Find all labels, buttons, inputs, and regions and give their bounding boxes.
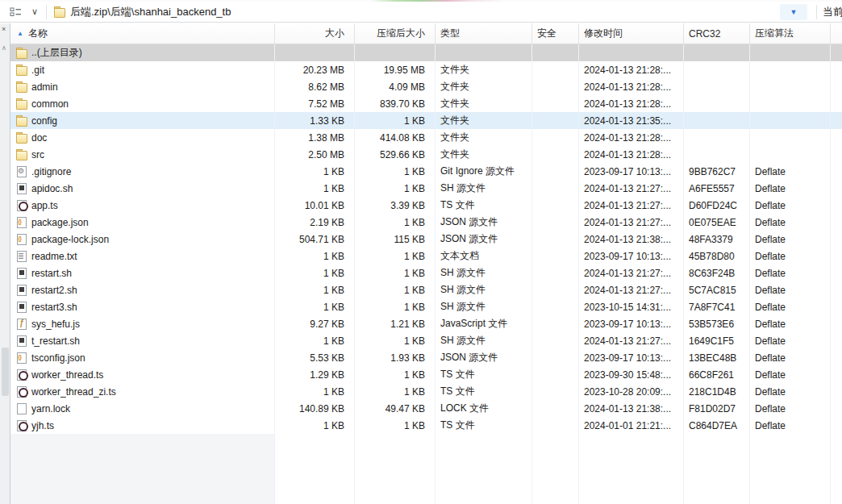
file-type: JSON 源文件 bbox=[436, 231, 532, 248]
file-crc32 bbox=[684, 112, 750, 129]
file-security bbox=[532, 315, 579, 332]
column-header-size[interactable]: 大小 bbox=[275, 23, 355, 44]
address-dropdown-button[interactable]: ▼ bbox=[780, 4, 807, 20]
file-row[interactable]: doc 1.38 MB 414.08 KB 文件夹 2024-01-13 21:… bbox=[10, 129, 842, 146]
file-row[interactable]: readme.txt 1 KB 1 KB 文本文档 2023-09-17 10:… bbox=[10, 248, 842, 264]
file-row[interactable]: yjh.ts 1 KB 1 KB TS 文件 2024-01-01 21:21:… bbox=[10, 417, 842, 434]
file-name: package-lock.json bbox=[31, 234, 109, 245]
file-row[interactable]: app.ts 10.01 KB 3.39 KB TS 文件 2024-01-13… bbox=[10, 197, 842, 214]
file-security bbox=[532, 281, 579, 298]
file-method bbox=[750, 95, 831, 112]
chevron-down-icon: ∨ bbox=[31, 6, 38, 17]
file-row[interactable]: ..(上层目录) bbox=[10, 44, 842, 61]
file-row[interactable]: restart2.sh 1 KB 1 KB SH 源文件 2024-01-13 … bbox=[10, 281, 842, 298]
file-security bbox=[532, 332, 579, 349]
column-header-security[interactable]: 安全 bbox=[532, 23, 579, 44]
file-method: Deflate bbox=[750, 281, 831, 298]
file-security bbox=[532, 146, 579, 163]
sh-icon bbox=[16, 302, 27, 312]
file-name: package.json bbox=[31, 217, 89, 228]
list-empty-area bbox=[10, 434, 842, 504]
file-type: LOCK 文件 bbox=[436, 400, 532, 417]
file-size: 1 KB bbox=[275, 417, 355, 434]
file-row[interactable]: worker_thread.ts 1.29 KB 1 KB TS 文件 2023… bbox=[10, 366, 842, 383]
tree-collapse-icon[interactable]: × bbox=[2, 25, 6, 33]
file-name: .gitignore bbox=[31, 166, 71, 177]
scroll-up-icon[interactable]: ∧ bbox=[2, 44, 6, 52]
file-packed-size: 414.08 KB bbox=[355, 129, 436, 146]
file-security bbox=[532, 44, 579, 61]
column-header-crc32[interactable]: CRC32 bbox=[684, 23, 750, 44]
file-method: Deflate bbox=[750, 264, 831, 281]
file-row[interactable]: yarn.lock 140.89 KB 49.47 KB LOCK 文件 202… bbox=[10, 400, 842, 417]
file-security bbox=[532, 180, 579, 197]
file-modified: 2024-01-13 21:28:... bbox=[579, 95, 684, 112]
view-dropdown-button[interactable]: ∨ bbox=[26, 3, 44, 21]
file-row[interactable]: worker_thread_zi.ts 1 KB 1 KB TS 文件 2023… bbox=[10, 383, 842, 400]
table-header: ▲ 名称 大小 压缩后大小 类型 安全 修改时间 CRC32 压缩算法 bbox=[10, 23, 842, 44]
file-security bbox=[532, 95, 579, 112]
file-method: Deflate bbox=[750, 248, 831, 264]
file-security bbox=[532, 383, 579, 400]
ts-icon bbox=[16, 200, 27, 210]
file-size: 1.38 MB bbox=[275, 129, 355, 146]
file-packed-size: 1 KB bbox=[355, 180, 436, 197]
file-security bbox=[532, 231, 579, 248]
file-row[interactable]: sys_hefu.js 9.27 KB 1.21 KB JavaScript 文… bbox=[10, 315, 842, 332]
file-type: SH 源文件 bbox=[436, 264, 532, 281]
file-crc32: 9BB762C7 bbox=[684, 163, 750, 180]
file-name: ..(上层目录) bbox=[31, 46, 82, 60]
file-security bbox=[532, 434, 579, 504]
file-size: 8.62 MB bbox=[275, 78, 355, 95]
file-modified: 2024-01-13 21:28:... bbox=[579, 146, 684, 163]
file-row[interactable]: t_restart.sh 1 KB 1 KB SH 源文件 2024-01-13… bbox=[10, 332, 842, 349]
file-table: ▲ 名称 大小 压缩后大小 类型 安全 修改时间 CRC32 压缩算法 ..(上… bbox=[10, 23, 842, 504]
file-method: Deflate bbox=[750, 349, 831, 366]
details-view-button[interactable] bbox=[5, 3, 26, 21]
tree-panel-scrollbar[interactable]: × ∧ bbox=[0, 23, 10, 504]
file-method: Deflate bbox=[750, 400, 831, 417]
file-row[interactable]: common 7.52 MB 839.70 KB 文件夹 2024-01-13 … bbox=[10, 95, 842, 112]
lock-icon bbox=[16, 403, 27, 414]
file-method: Deflate bbox=[750, 298, 831, 315]
file-security bbox=[532, 129, 579, 146]
column-header-modified[interactable]: 修改时间 bbox=[579, 23, 684, 44]
file-crc32: 66C8F261 bbox=[684, 366, 750, 383]
file-row[interactable]: package.json 2.19 KB 1 KB JSON 源文件 2024-… bbox=[10, 214, 842, 231]
file-row[interactable]: .git 20.23 MB 19.95 MB 文件夹 2024-01-13 21… bbox=[10, 61, 842, 78]
file-crc32: 7A8F7C41 bbox=[684, 298, 750, 315]
file-row[interactable]: apidoc.sh 1 KB 1 KB SH 源文件 2024-01-13 21… bbox=[10, 180, 842, 197]
file-row[interactable]: src 2.50 MB 529.66 KB 文件夹 2024-01-13 21:… bbox=[10, 146, 842, 163]
file-packed-size: 1 KB bbox=[355, 248, 436, 264]
sh-icon bbox=[16, 268, 27, 278]
file-name: worker_thread_zi.ts bbox=[31, 386, 116, 398]
address-bar[interactable]: 后端.zip\后端\shanhai_backend_tb bbox=[49, 3, 780, 21]
file-row[interactable]: package-lock.json 504.71 KB 115 KB JSON … bbox=[10, 231, 842, 248]
file-modified bbox=[579, 44, 684, 61]
file-row[interactable]: restart.sh 1 KB 1 KB SH 源文件 2024-01-13 2… bbox=[10, 264, 842, 281]
column-header-packed-size[interactable]: 压缩后大小 bbox=[355, 23, 436, 44]
file-row[interactable]: restart3.sh 1 KB 1 KB SH 源文件 2023-10-15 … bbox=[10, 298, 842, 315]
file-type: 文件夹 bbox=[436, 95, 532, 112]
file-type: SH 源文件 bbox=[436, 281, 532, 298]
file-security bbox=[532, 248, 579, 264]
file-security bbox=[532, 197, 579, 214]
file-row[interactable]: config 1.33 KB 1 KB 文件夹 2024-01-13 21:35… bbox=[10, 112, 842, 129]
sh-icon bbox=[16, 183, 27, 194]
file-row[interactable]: admin 8.62 MB 4.09 MB 文件夹 2024-01-13 21:… bbox=[10, 78, 842, 95]
file-method: Deflate bbox=[750, 197, 831, 214]
file-security bbox=[532, 264, 579, 281]
file-row[interactable]: tsconfig.json 5.53 KB 1.93 KB JSON 源文件 2… bbox=[10, 349, 842, 366]
file-type: 文件夹 bbox=[436, 129, 532, 146]
column-header-type[interactable]: 类型 bbox=[436, 23, 532, 44]
file-packed-size: 1 KB bbox=[355, 264, 436, 281]
scrollbar-thumb[interactable] bbox=[2, 348, 9, 396]
json-icon bbox=[16, 352, 27, 363]
file-size: 1 KB bbox=[275, 281, 355, 298]
column-header-name[interactable]: ▲ 名称 bbox=[10, 23, 275, 44]
file-row[interactable]: .gitignore 1 KB 1 KB Git Ignore 源文件 2023… bbox=[10, 163, 842, 180]
file-method bbox=[750, 129, 831, 146]
folder-icon bbox=[16, 132, 27, 143]
column-header-method[interactable]: 压缩算法 bbox=[750, 23, 831, 44]
file-crc32 bbox=[684, 146, 750, 163]
